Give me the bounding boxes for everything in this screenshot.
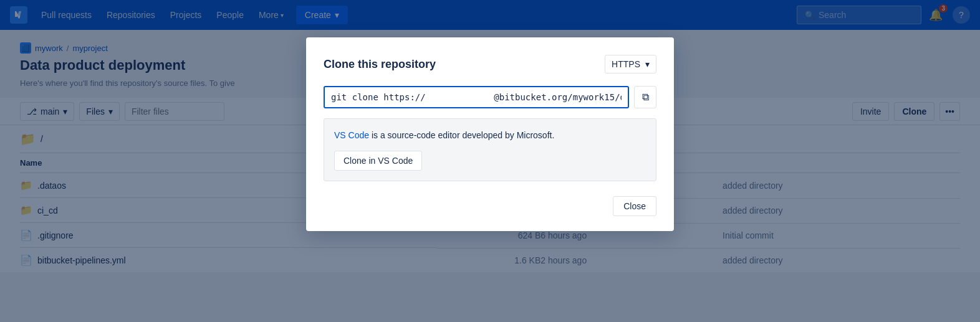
clone-modal: Clone this repository HTTPS ▾ ⧉ VS Code …	[306, 37, 674, 231]
vscode-clone-button[interactable]: Clone in VS Code	[334, 151, 422, 171]
modal-overlay: Clone this repository HTTPS ▾ ⧉ VS Code …	[0, 0, 980, 322]
vscode-description: VS Code is a source-code editor develope…	[334, 129, 646, 142]
vscode-section: VS Code is a source-code editor develope…	[324, 118, 656, 181]
protocol-selector[interactable]: HTTPS ▾	[605, 55, 656, 73]
chevron-down-icon: ▾	[645, 59, 650, 69]
modal-header: Clone this repository HTTPS ▾	[324, 55, 656, 73]
copy-icon: ⧉	[642, 92, 649, 103]
copy-url-button[interactable]: ⧉	[634, 86, 656, 108]
modal-title: Clone this repository	[324, 58, 436, 71]
protocol-label: HTTPS	[612, 59, 640, 69]
vscode-link[interactable]: VS Code	[334, 130, 369, 140]
close-button[interactable]: Close	[613, 196, 656, 216]
modal-footer: Close	[324, 194, 656, 216]
clone-url-input[interactable]	[324, 86, 629, 108]
clone-url-row: ⧉	[324, 86, 656, 108]
